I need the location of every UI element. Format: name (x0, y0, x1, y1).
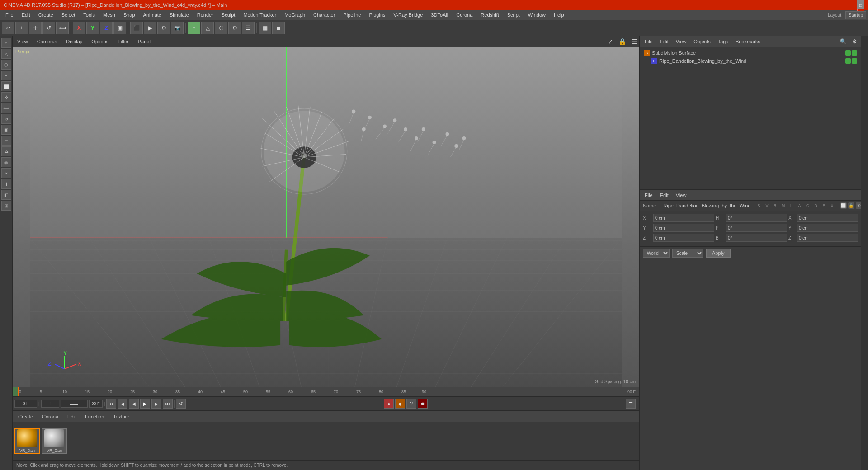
menu-mograph[interactable]: MoGraph (281, 11, 309, 19)
x-axis[interactable]: X (73, 22, 85, 34)
recording[interactable]: ⏺ (418, 399, 428, 409)
scale-dropdown[interactable]: Scale Absolute (672, 249, 703, 258)
sidebar-selection-icon[interactable]: ▣ (1, 125, 11, 135)
play-forward[interactable]: ▶ (140, 399, 150, 409)
viewport-3d[interactable]: Perspective (13, 47, 639, 387)
render-region[interactable]: ⬛ (130, 22, 143, 34)
om-row-dandelion[interactable]: L Ripe_Dandelion_Blowing_by_the_Wind (642, 57, 859, 65)
sidebar-point-icon[interactable]: • (1, 70, 11, 80)
om-view[interactable]: View (673, 38, 689, 45)
timeline-start-marker[interactable] (13, 387, 18, 396)
scale-tool[interactable]: ⟺ (56, 22, 69, 34)
go-to-start[interactable]: ⏮ (106, 399, 116, 409)
keyframe-options[interactable]: ◆ (395, 399, 405, 409)
display-mode-2[interactable]: ◼ (272, 22, 285, 34)
viewport-menu-icon[interactable]: ☰ (632, 38, 637, 45)
timeline-settings[interactable]: ☰ (626, 399, 636, 409)
om-bookmarks[interactable]: Bookmarks (733, 38, 763, 45)
play-back[interactable]: ◀ (129, 399, 139, 409)
om-settings-icon[interactable]: ⚙ (850, 38, 859, 45)
sidebar-knife-icon[interactable]: ✂ (1, 168, 11, 178)
menu-sculpt[interactable]: Sculpt (218, 11, 239, 19)
move-tool[interactable]: ✛ (29, 22, 42, 34)
keyframe-range[interactable]: ▬▬ (61, 400, 88, 408)
sidebar-scale-icon[interactable]: ⟺ (1, 103, 11, 113)
world-dropdown[interactable]: World Object (643, 249, 670, 258)
menu-corona[interactable]: Corona (453, 11, 476, 19)
sidebar-paint-icon[interactable]: ✏ (1, 136, 11, 146)
material-vr-dan-silver[interactable]: VR_Dan (42, 428, 67, 454)
apply-button[interactable]: Apply (706, 249, 731, 258)
attr-file[interactable]: File (642, 192, 656, 199)
z-axis[interactable]: Z (100, 22, 113, 34)
mat-create[interactable]: Create (14, 413, 37, 420)
viewport-lock-icon[interactable]: 🔒 (618, 38, 626, 45)
current-frame-input[interactable] (14, 400, 37, 408)
sx-input[interactable] (797, 214, 858, 222)
sidebar-loop-cut-icon[interactable]: ⊞ (1, 201, 11, 211)
menu-plugins[interactable]: Plugins (365, 11, 389, 19)
sidebar-rotate-icon[interactable]: ↺ (1, 114, 11, 124)
prev-frame[interactable]: ◀ (118, 399, 127, 409)
loop-button[interactable]: ↺ (176, 399, 186, 409)
go-to-end[interactable]: ⏭ (163, 399, 173, 409)
menu-snap[interactable]: Snap (120, 11, 139, 19)
menu-simulate[interactable]: Simulate (166, 11, 193, 19)
sz-input[interactable] (797, 234, 858, 242)
select-tool[interactable]: ▣ (113, 22, 126, 34)
om-search-icon[interactable]: 🔍 (838, 38, 849, 45)
attr-edit[interactable]: Edit (657, 192, 671, 199)
vp-menu-cameras[interactable]: Cameras (34, 38, 60, 45)
om-visible-editor[interactable] (845, 50, 851, 56)
object-mode[interactable]: ☰ (242, 22, 255, 34)
y-axis[interactable]: Y (86, 22, 99, 34)
menu-window[interactable]: Window (524, 11, 549, 19)
p-rot-input[interactable] (726, 224, 787, 232)
sidebar-polygon-icon[interactable]: △ (1, 49, 11, 59)
sy-input[interactable] (797, 224, 858, 232)
maximize-button[interactable]: □ (857, 1, 864, 9)
menu-animate[interactable]: Animate (140, 11, 165, 19)
menu-edit[interactable]: Edit (18, 11, 34, 19)
menu-motion-tracker[interactable]: Motion Tracker (240, 11, 280, 19)
attr-icon-1[interactable]: ⬜ (840, 202, 847, 209)
point-mode[interactable]: ⚙ (228, 22, 241, 34)
om-file[interactable]: File (642, 38, 656, 45)
h-rot-input[interactable] (726, 214, 787, 222)
model-mode[interactable]: ○ (188, 22, 200, 34)
menu-3dtoall[interactable]: 3DToAll (427, 11, 452, 19)
polygon-mode[interactable]: △ (201, 22, 214, 34)
next-frame[interactable]: ▶ (151, 399, 161, 409)
undo-button[interactable]: ↩ (2, 22, 14, 34)
frame-rate-input[interactable] (41, 400, 59, 408)
y-pos-input[interactable] (653, 224, 714, 232)
vp-menu-view[interactable]: View (14, 38, 31, 45)
om-edit[interactable]: Edit (657, 38, 671, 45)
attr-icon-2[interactable]: 🔒 (848, 202, 854, 209)
add-keyframe[interactable]: ● (384, 399, 394, 409)
sidebar-edge-icon[interactable]: ⬡ (1, 60, 11, 70)
menu-render[interactable]: Render (193, 11, 217, 19)
vp-menu-panel[interactable]: Panel (135, 38, 153, 45)
viewport-expand-icon[interactable]: ⤢ (608, 38, 613, 45)
om-row-subdivision[interactable]: S Subdivision Surface (642, 49, 859, 57)
om-objects[interactable]: Objects (691, 38, 713, 45)
om-visible-render[interactable] (852, 50, 857, 56)
sidebar-smooth-icon[interactable]: ◎ (1, 157, 11, 167)
sidebar-object-icon[interactable]: ⬜ (1, 81, 11, 91)
render-view[interactable]: ▶ (144, 22, 156, 34)
layout-value[interactable]: Startup (845, 11, 866, 19)
auto-key[interactable]: ? (406, 399, 416, 409)
menu-character[interactable]: Character (310, 11, 339, 19)
material-vr-dan-gold[interactable]: VR_Dan (14, 428, 40, 454)
om-tags[interactable]: Tags (715, 38, 731, 45)
menu-tools[interactable]: Tools (80, 11, 99, 19)
mat-edit[interactable]: Edit (64, 413, 80, 420)
vp-menu-filter[interactable]: Filter (115, 38, 131, 45)
vp-menu-options[interactable]: Options (89, 38, 111, 45)
menu-redshift[interactable]: Redshift (477, 11, 502, 19)
b-rot-input[interactable] (726, 234, 787, 242)
om-visible-editor-2[interactable] (845, 58, 851, 64)
sidebar-extrude-icon[interactable]: ⬆ (1, 179, 11, 189)
menu-script[interactable]: Script (504, 11, 524, 19)
